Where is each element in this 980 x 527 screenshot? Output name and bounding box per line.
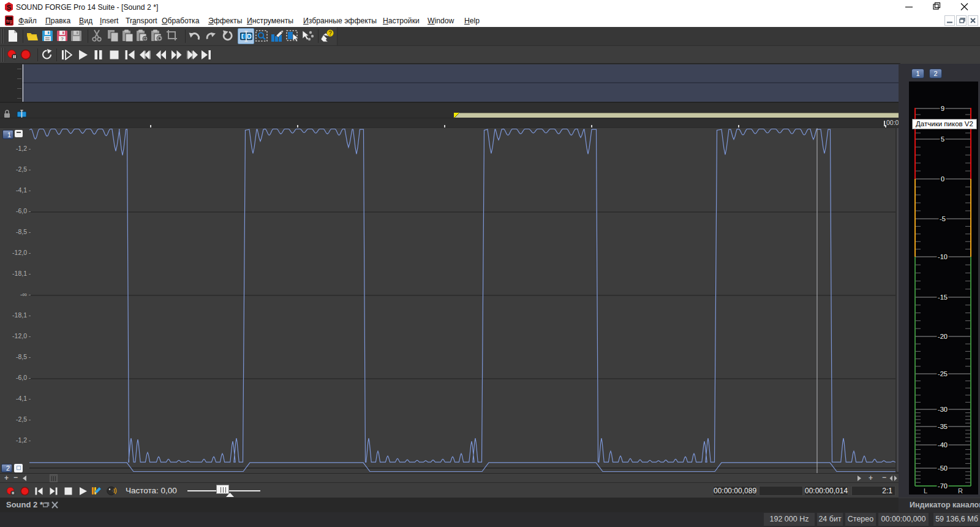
svg-text:-40: -40 — [938, 441, 948, 449]
svg-text:-20: -20 — [938, 333, 948, 340]
svg-text:-50: -50 — [938, 464, 948, 472]
svg-text:-5: -5 — [940, 215, 946, 222]
svg-text:-35: -35 — [938, 423, 948, 430]
svg-text:5: 5 — [941, 135, 944, 143]
svg-text:-15: -15 — [938, 294, 948, 301]
svg-text:-25: -25 — [938, 370, 948, 377]
svg-text:-10: -10 — [938, 253, 948, 260]
svg-text:9: 9 — [941, 105, 944, 112]
svg-text:-70: -70 — [938, 482, 948, 490]
svg-text:0: 0 — [941, 175, 944, 183]
svg-text:-30: -30 — [938, 406, 948, 413]
